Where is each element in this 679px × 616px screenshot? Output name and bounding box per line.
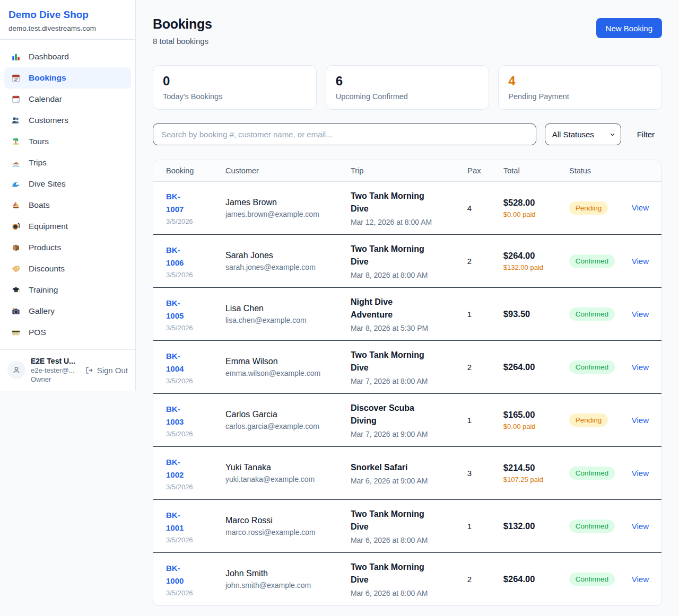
booking-code-link[interactable]: BK-1001 [166,509,195,534]
sidebar-item-label: Dashboard [29,52,69,61]
wave-icon [11,179,21,189]
svg-text:17: 17 [14,77,18,81]
stat-value: 6 [336,74,480,89]
status-badge: Pending [569,201,608,215]
customer-name: Emma Wilson [225,357,346,366]
booking-code-link[interactable]: BK-1007 [166,190,195,216]
pax-count: 2 [467,257,503,266]
sidebar-item-trips[interactable]: Trips [4,152,131,173]
island-icon [11,136,21,147]
booking-date: 3/5/2026 [166,483,221,491]
booking-code-link[interactable]: BK-1006 [166,244,195,269]
status-badge: Confirmed [569,360,615,374]
booking-code-link[interactable]: BK-1000 [166,562,195,587]
customer-email: sarah.jones@example.com [225,263,346,271]
sidebar: Demo Dive Shop demo.test.divestreams.com… [0,0,136,391]
sidebar-item-label: Trips [29,158,47,168]
view-link[interactable]: View [632,310,649,319]
total-amount: $93.50 [503,309,565,319]
trip-name: Two Tank Morning Dive [351,561,436,586]
trip-name: Two Tank Morning Dive [351,190,436,215]
main-content: Bookings 8 total bookings New Booking 0 … [153,0,662,606]
status-badge: Confirmed [569,307,615,321]
view-link[interactable]: View [632,203,649,212]
page-header: Bookings 8 total bookings New Booking [153,16,662,46]
sidebar-item-label: Discounts [29,264,65,274]
sidebar-item-pos[interactable]: POS [4,322,131,343]
view-link[interactable]: View [632,363,649,372]
sidebar-item-products[interactable]: Products [4,237,131,258]
status-badge: Confirmed [569,254,615,268]
pax-count: 1 [467,310,503,319]
user-info: E2E Test U... e2e-tester@... Owner [31,357,80,383]
total-bookings-count: 8 total bookings [153,37,212,46]
sidebar-item-bookings[interactable]: 17 Bookings [4,67,131,89]
pax-count: 1 [467,416,503,425]
total-amount: $528.00 [503,198,565,208]
customer-email: john.smith@example.com [225,581,346,589]
booking-code-link[interactable]: BK-1005 [166,297,195,322]
trip-name: Two Tank Morning Dive [351,508,436,533]
view-link[interactable]: View [632,257,649,266]
table-body: BK-1007 3/5/2026 James Brown james.brown… [153,181,661,605]
booking-code-link[interactable]: BK-1004 [166,350,195,375]
pax-count: 4 [467,204,503,213]
stat-value: 0 [163,74,307,89]
sidebar-item-training[interactable]: Training [4,279,131,301]
sidebar-item-discounts[interactable]: Discounts [4,258,131,279]
search-input[interactable] [153,124,536,145]
trip-datetime: Mar 7, 2026 at 8:00 AM [351,377,463,385]
stats-row: 0 Today's Bookings 6 Upcoming Confirmed … [153,65,662,110]
customer-email: carlos.garcia@example.com [225,422,346,430]
user-role: Owner [31,375,80,383]
calendar-date-icon: 17 [11,73,21,83]
sidebar-item-label: Training [29,285,58,295]
paid-amount: $107.25 paid [503,476,554,483]
customer-name: Carlos Garcia [225,410,346,419]
customer-email: marco.rossi@example.com [225,528,346,536]
sidebar-item-tours[interactable]: Tours [4,131,131,152]
status-badge: Confirmed [569,467,615,480]
table-row: BK-1002 3/5/2026 Yuki Tanaka yuki.tanaka… [153,446,661,499]
booking-code-link[interactable]: BK-1002 [166,456,195,481]
shop-domain: demo.test.divestreams.com [8,24,127,32]
sidebar-item-label: Products [29,243,61,252]
status-filter-value: All Statuses [552,130,594,139]
column-header-status: Status [569,166,632,175]
sidebar-item-calendar[interactable]: Calendar [4,89,131,110]
sidebar-item-customers[interactable]: Customers [4,110,131,131]
avatar [7,361,25,379]
sign-out-button[interactable]: Sign Out [85,366,128,375]
sidebar-item-gallery[interactable]: Gallery [4,301,131,322]
trip-name: Snorkel Safari [351,461,436,474]
filter-button[interactable]: Filter [630,126,662,143]
shop-name: Demo Dive Shop [8,9,127,21]
sidebar-item-dashboard[interactable]: Dashboard [4,46,131,67]
chevron-down-icon [609,131,616,138]
view-link[interactable]: View [632,522,649,531]
customer-name: Marco Rossi [225,516,346,525]
column-header-booking: Booking [153,166,225,175]
view-link[interactable]: View [632,469,649,478]
sidebar-item-dive-sites[interactable]: Dive Sites [4,173,131,195]
tear-calendar-icon [11,94,21,104]
new-booking-button[interactable]: New Booking [596,18,662,38]
sidebar-item-label: Gallery [29,306,55,316]
total-amount: $264.00 [503,251,565,261]
sailboat-icon [11,200,21,210]
sidebar-item-equipment[interactable]: Equipment [4,216,131,237]
filter-controls: All Statuses Filter [153,124,662,145]
people-icon [11,115,21,126]
booking-date: 3/5/2026 [166,324,221,332]
status-filter-select[interactable]: All Statuses [545,124,621,145]
sidebar-item-boats[interactable]: Boats [4,195,131,216]
table-row: BK-1005 3/5/2026 Lisa Chen lisa.chen@exa… [153,287,661,340]
table-row: BK-1003 3/5/2026 Carlos Garcia carlos.ga… [153,393,661,446]
stat-card-upcoming-confirmed: 6 Upcoming Confirmed [326,65,490,110]
column-header-pax: Pax [467,166,503,175]
view-link[interactable]: View [632,575,649,584]
view-link[interactable]: View [632,416,649,425]
stat-label: Pending Payment [508,92,652,101]
sidebar-item-label: Tours [29,137,49,146]
booking-code-link[interactable]: BK-1003 [166,403,195,428]
